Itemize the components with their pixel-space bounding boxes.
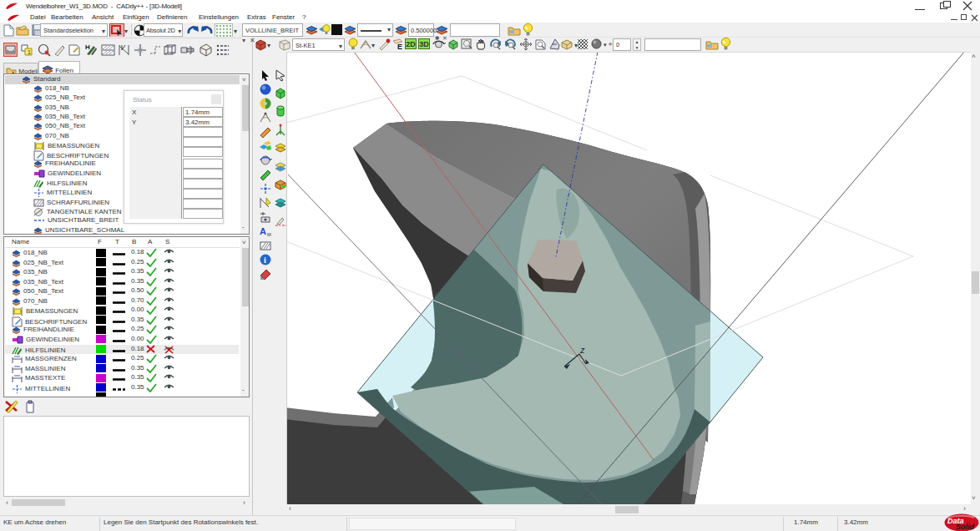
svg-text:Solid: Solid bbox=[956, 523, 975, 531]
svg-text:i: i bbox=[264, 255, 266, 265]
svg-text:1: 1 bbox=[28, 49, 31, 55]
svg-text:z: z bbox=[579, 345, 585, 355]
svg-text:A: A bbox=[260, 226, 266, 236]
svg-text:E: E bbox=[397, 43, 402, 51]
svg-text:H: H bbox=[85, 43, 90, 51]
